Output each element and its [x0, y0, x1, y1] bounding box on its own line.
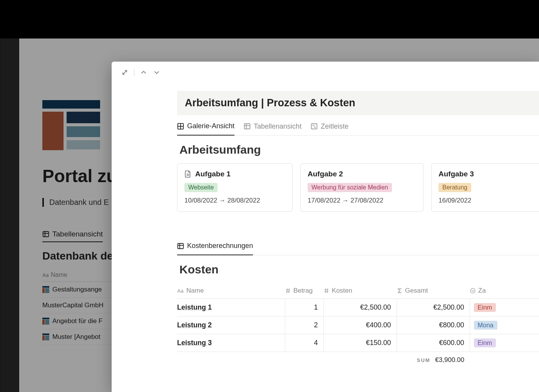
card-date: 16/09/2022	[439, 197, 539, 204]
svg-rect-15	[178, 243, 184, 249]
separator	[134, 69, 134, 76]
status-pill: Mona	[474, 321, 497, 330]
modal-panel: Arbeitsumfang | Prozess & Kosten Galerie…	[112, 62, 539, 392]
cell-betrag: 4	[285, 334, 323, 352]
card-title: Aufgabe 3	[439, 170, 474, 178]
expand-icon[interactable]	[121, 69, 129, 76]
cell-betrag: 1	[285, 299, 323, 317]
card-title: Aufgabe 1	[195, 170, 231, 178]
table-icon	[42, 231, 49, 238]
left-decorative-gutter	[0, 39, 19, 392]
svg-line-22	[289, 288, 289, 293]
cell-gesamt: €2,500.00	[397, 299, 470, 317]
section-heading-kosten: Kosten	[179, 263, 539, 276]
section-heading-arbeitsumfang: Arbeitsumfang	[179, 143, 539, 156]
card-title: Aufgabe 2	[308, 170, 343, 178]
page-mini-icon	[42, 286, 49, 293]
gallery-card[interactable]: Aufgabe 2 Werbung für soziale Medien 17/…	[300, 163, 424, 212]
svg-point-27	[470, 288, 475, 293]
card-tag: Beratung	[439, 183, 471, 192]
timeline-icon	[311, 123, 318, 130]
next-icon[interactable]	[153, 69, 161, 76]
cell-za: Mona	[470, 317, 539, 334]
gallery-card[interactable]: Aufgabe 1 Webseite 10/08/2022 → 28/08/20…	[177, 163, 293, 212]
formula-icon	[397, 288, 403, 294]
svg-rect-7	[244, 124, 250, 129]
cell-kosten: €400.00	[323, 317, 397, 334]
text-icon: Aa	[42, 272, 49, 278]
tab-kostenberechnungen[interactable]: Kostenberechnungen	[177, 242, 253, 255]
svg-line-25	[325, 288, 326, 293]
sum-value: €3,900.00	[435, 356, 464, 364]
cell-name: Leistung 2	[177, 317, 285, 334]
table-row[interactable]: Leistung 1 1 €2,500.00 €2,500.00 Einm	[177, 299, 539, 317]
gallery-card[interactable]: Aufgabe 3 Beratung 16/09/2022	[431, 163, 539, 212]
cell-kosten: €150.00	[323, 334, 397, 352]
svg-rect-0	[43, 231, 49, 237]
cell-za: Einm	[470, 299, 539, 317]
cell-gesamt: €800.00	[397, 317, 470, 334]
column-header-betrag[interactable]: Betrag	[285, 283, 323, 299]
table-icon	[177, 243, 184, 250]
kosten-table: Aa Name Betrag Kosten Gesamt	[177, 283, 539, 368]
svg-rect-10	[311, 124, 317, 129]
tab-galerie-ansicht[interactable]: Galerie-Ansicht	[177, 122, 234, 136]
gallery-icon	[177, 123, 184, 130]
cell-kosten: €2,500.00	[323, 299, 397, 317]
page-logo	[42, 100, 100, 150]
page-mini-icon	[42, 333, 49, 340]
number-icon	[285, 288, 291, 294]
page-icon	[184, 170, 191, 178]
column-header-name[interactable]: Aa Name	[177, 283, 285, 299]
cell-za: Einm	[470, 334, 539, 352]
svg-line-26	[327, 288, 328, 293]
table-row[interactable]: Leistung 3 4 €150.00 €600.00 Einm	[177, 334, 539, 352]
svg-text:Aa: Aa	[177, 288, 184, 294]
tab-tabellenansicht[interactable]: Tabellenansicht	[244, 122, 301, 135]
column-header-gesamt[interactable]: Gesamt	[397, 283, 470, 299]
cell-name: Leistung 3	[177, 334, 285, 352]
tab-tabellenansicht[interactable]: Tabellenansicht	[42, 230, 103, 242]
prev-icon[interactable]	[140, 69, 147, 76]
status-pill: Einm	[474, 338, 496, 347]
select-icon	[470, 288, 476, 294]
number-icon	[323, 288, 330, 294]
tab-label: Tabellenansicht	[52, 230, 103, 238]
view-tabs: Galerie-Ansicht Tabellenansicht Zeitleis…	[177, 115, 539, 136]
table-icon	[244, 123, 251, 130]
cell-betrag: 2	[285, 317, 323, 334]
svg-line-21	[287, 288, 287, 293]
gallery-cards: Aufgabe 1 Webseite 10/08/2022 → 28/08/20…	[177, 163, 539, 212]
sum-label: SUM	[417, 357, 434, 363]
column-header-kosten[interactable]: Kosten	[323, 283, 397, 299]
card-tag: Webseite	[184, 183, 218, 192]
view-tabs-kosten: Kostenberechnungen	[177, 235, 539, 255]
card-tag: Werbung für soziale Medien	[308, 183, 392, 192]
table-row[interactable]: Leistung 2 2 €400.00 €800.00 Mona	[177, 317, 539, 334]
block-title: Arbeitsumfang | Prozess & Kosten	[185, 97, 531, 109]
block-title-bar: Arbeitsumfang | Prozess & Kosten	[177, 91, 539, 115]
modal-toolbar	[112, 62, 539, 83]
text-icon: Aa	[177, 288, 184, 294]
card-date: 17/08/2022 → 27/08/2022	[308, 197, 416, 204]
cell-gesamt: €600.00	[397, 334, 470, 352]
sum-row: SUM €3,900.00	[177, 352, 539, 369]
cell-name: Leistung 1	[177, 299, 285, 317]
card-date: 10/08/2022 → 28/08/2022	[184, 197, 285, 204]
page-mini-icon	[42, 318, 49, 325]
column-header-za[interactable]: Za	[470, 283, 539, 299]
svg-text:Aa: Aa	[42, 272, 49, 278]
status-pill: Einm	[474, 303, 496, 312]
tab-zeitleiste[interactable]: Zeitleiste	[311, 122, 348, 135]
